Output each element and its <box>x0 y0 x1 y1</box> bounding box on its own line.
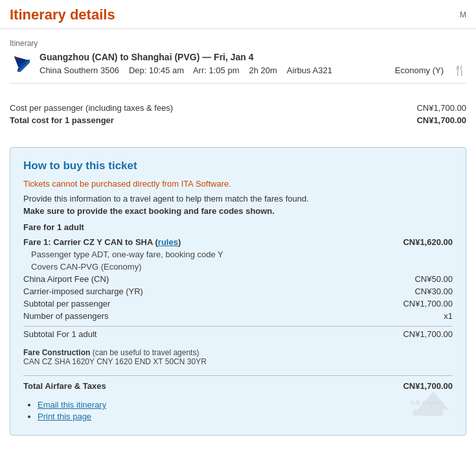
fare-construction-value: CAN CZ SHA 1620Y CNY 1620 END XT 50CN 30… <box>23 357 207 366</box>
rules-link[interactable]: rules <box>158 237 178 247</box>
flight-info: Guangzhou (CAN) to Shanghai (PVG) — Fri,… <box>40 52 466 76</box>
airport-fee-row: China Airport Fee (CN) CN¥50.00 <box>23 273 453 285</box>
total-cost-row: Total cost for 1 passenger CN¥1,700.00 <box>10 115 466 125</box>
email-link-item: Email this itinerary <box>38 400 453 410</box>
email-itinerary-link[interactable]: Email this itinerary <box>38 400 106 410</box>
page-header: Itinerary details M <box>0 0 476 29</box>
fare1-sub2-row: Covers CAN-PVG (Economy) <box>23 261 453 273</box>
num-passengers-label: Number of passengers <box>23 310 367 322</box>
num-passengers-row: Number of passengers x1 <box>23 310 453 322</box>
total-cost-label: Total cost for 1 passenger <box>10 115 114 125</box>
instruction2: Make sure to provide the exact booking a… <box>23 206 453 216</box>
cost-section: Cost per passenger (including taxes & fe… <box>10 97 466 134</box>
itinerary-section-label: Itinerary <box>10 39 466 48</box>
surcharge-row: Carrier-imposed surcharge (YR) CN¥30.00 <box>23 285 453 298</box>
cabin-class: Economy (Y) <box>395 65 444 75</box>
fare1-value: CN¥1,620.00 <box>367 236 453 248</box>
flight-row: Guangzhou (CAN) to Shanghai (PVG) — Fri,… <box>10 52 466 76</box>
total-airfare-label: Total Airfare & Taxes <box>23 381 106 391</box>
fare1-label: Fare 1: Carrier CZ Y CAN to SHA (rules) <box>23 236 367 248</box>
fare-construction-label: Fare Construction <box>23 348 90 357</box>
fare1-sub1: Passenger type ADT, one-way fare, bookin… <box>23 248 367 261</box>
airline-logo <box>5 47 38 80</box>
subtotal-per-pax-row: Subtotal per passenger CN¥1,700.00 <box>23 298 453 310</box>
flight-duration: 2h 20m <box>249 65 277 75</box>
fare1-carrier: Carrier CZ Y CAN to SHA (rules) <box>53 237 181 247</box>
total-airfare-row: Total Airfare & Taxes CN¥1,700.00 <box>23 375 453 391</box>
page-title: Itinerary details <box>10 6 115 23</box>
airport-fee-value: CN¥50.00 <box>367 273 453 285</box>
action-links: Email this itinerary Print this page <box>23 400 453 421</box>
subtotal-1adult-value: CN¥1,700.00 <box>367 322 453 340</box>
fare-construction: Fare Construction (can be useful to trav… <box>23 348 453 366</box>
fare-adult-label: Fare for 1 adult <box>23 222 453 232</box>
header-nav: M <box>460 10 466 19</box>
subtotal-per-pax-value: CN¥1,700.00 <box>367 298 453 310</box>
info-box: How to buy this ticket Tickets cannot be… <box>10 147 466 436</box>
meal-icon: 🍴 <box>453 64 466 76</box>
flight-details: China Southern 3506 Dep: 10:45 am Arr: 1… <box>40 64 466 76</box>
cost-per-passenger-row: Cost per passenger (including taxes & fe… <box>10 103 466 113</box>
airline-number: China Southern 3506 <box>40 65 119 75</box>
print-link-item: Print this page <box>38 412 453 421</box>
airport-fee-label: China Airport Fee (CN) <box>23 273 367 285</box>
surcharge-label: Carrier-imposed surcharge (YR) <box>23 285 367 298</box>
fare1-row: Fare 1: Carrier CZ Y CAN to SHA (rules) … <box>23 236 453 248</box>
subtotal-1adult-label: Subtotal For 1 adult <box>23 322 367 340</box>
surcharge-value: CN¥30.00 <box>367 285 453 298</box>
info-box-title: How to buy this ticket <box>23 159 453 172</box>
num-passengers-value: x1 <box>367 310 453 322</box>
departure-time: Dep: 10:45 am Arr: 1:05 pm <box>129 65 240 75</box>
warning-text: Tickets cannot be purchased directly fro… <box>23 179 453 189</box>
fare1-sub1-row: Passenger type ADT, one-way fare, bookin… <box>23 248 453 261</box>
flight-title: Guangzhou (CAN) to Shanghai (PVG) — Fri,… <box>40 52 466 62</box>
fare1-sub2: Covers CAN-PVG (Economy) <box>23 261 367 273</box>
cost-per-passenger-value: CN¥1,700.00 <box>416 103 466 113</box>
fare-construction-note: (can be useful to travel agents) <box>93 348 199 357</box>
subtotal-1adult-row: Subtotal For 1 adult CN¥1,700.00 <box>23 322 453 340</box>
total-airfare-value: CN¥1,700.00 <box>403 381 453 391</box>
main-content: Itinerary Guangzhou (CAN) to Shanghai (P… <box>0 29 476 445</box>
aircraft-type: Airbus A321 <box>287 65 332 75</box>
subtotal-per-pax-label: Subtotal per passenger <box>23 298 367 310</box>
print-page-link[interactable]: Print this page <box>38 412 91 421</box>
cost-per-passenger-label: Cost per passenger (including taxes & fe… <box>10 103 173 113</box>
fare-table: Fare 1: Carrier CZ Y CAN to SHA (rules) … <box>23 236 453 340</box>
total-cost-value: CN¥1,700.00 <box>416 115 466 125</box>
divider <box>10 83 466 84</box>
instruction1: Provide this information to a travel age… <box>23 194 453 204</box>
